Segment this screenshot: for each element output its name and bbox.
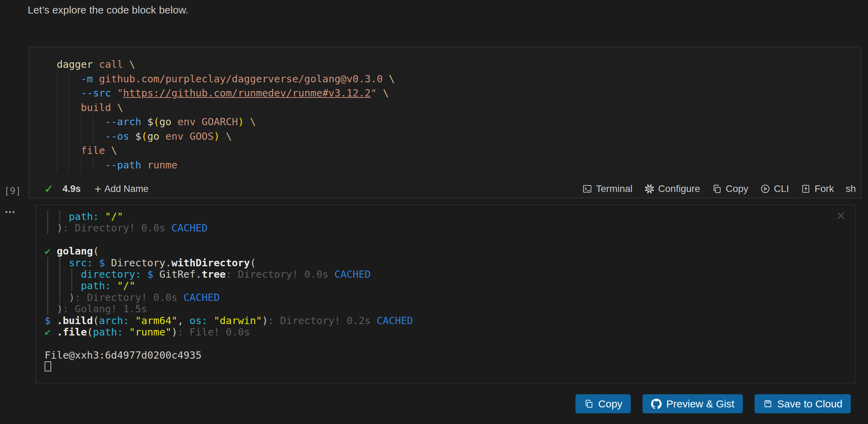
toolbar-label: CLI — [774, 183, 789, 194]
text-segment: --src — [81, 87, 111, 99]
copy-icon — [584, 399, 594, 409]
output-actions: CopyPreview & GistSave to Cloud — [575, 394, 851, 413]
add-name-button[interactable]: + Add Name — [94, 183, 148, 195]
text-segment — [105, 145, 111, 156]
toolbar-label: Fork — [814, 183, 834, 194]
text-segment: CACHED — [172, 222, 208, 234]
text-segment: env — [165, 130, 183, 142]
toolbar-terminal-button[interactable]: Terminal — [582, 183, 632, 194]
more-actions-icon[interactable]: ⋯ — [4, 205, 16, 218]
text-segment: : Directory! 0.0s — [75, 292, 183, 303]
indent-guide — [57, 115, 57, 129]
text-segment: : File! 0.0s — [177, 326, 250, 338]
terminal-cursor — [45, 361, 51, 371]
text-segment: path — [93, 326, 117, 338]
text-segment: os — [190, 315, 202, 326]
text-segment — [111, 102, 117, 113]
code-line: -m github.com/purpleclay/daggerverse/gol… — [57, 72, 854, 86]
text-segment: src — [69, 257, 87, 269]
output-line: $ .build(arch: "arm64", os: "darwin"): D… — [45, 315, 834, 326]
text-segment: CACHED — [334, 268, 371, 280]
toolbar-configure-button[interactable]: Configure — [644, 183, 700, 194]
text-segment — [244, 116, 250, 128]
text-segment: file — [81, 145, 105, 156]
output-line: │ │ │ directory: $ GitRef.tree: Director… — [45, 269, 834, 280]
indent-guide — [69, 144, 69, 158]
text-segment: : Directory! 0.2s — [268, 315, 377, 326]
indent-guide — [69, 101, 69, 115]
url-link[interactable]: https://github.com/runmedev/runme#v3.12.… — [123, 87, 371, 99]
fork-icon — [801, 184, 811, 194]
action-button-label: Save to Cloud — [777, 398, 842, 410]
text-segment — [383, 73, 389, 85]
toolbar-cli-button[interactable]: CLI — [760, 183, 789, 194]
indent-guide — [69, 129, 69, 144]
text-segment: \ — [117, 102, 123, 113]
text-segment: -m — [81, 73, 93, 85]
text-segment: : — [87, 257, 99, 269]
text-segment: , — [177, 315, 190, 326]
text-segment: \ — [111, 145, 117, 156]
text-segment: \ — [389, 73, 395, 85]
text-segment: │ │ │ — [45, 280, 81, 292]
cell-status-bar: ✓ 4.9s + Add Name TerminalConfigureCopyC… — [29, 180, 861, 198]
toolbar-fork-button[interactable]: Fork — [801, 183, 834, 194]
indent-guide — [93, 158, 93, 173]
close-icon[interactable]: ✕ — [836, 210, 846, 222]
text-segment: ( — [93, 245, 99, 257]
indent-guide — [57, 86, 57, 101]
text-segment: ) — [262, 315, 268, 326]
output-line: │ ): Golang! 1.5s — [45, 303, 834, 315]
copy-button[interactable]: Copy — [575, 394, 631, 413]
text-segment: │ — [45, 222, 57, 234]
play-circle-icon — [760, 184, 770, 194]
text-segment: " — [117, 87, 123, 99]
text-segment: \ — [383, 87, 389, 99]
code-cell: dagger call \ -m github.com/purpleclay/d… — [29, 47, 861, 198]
text-segment: dagger — [57, 58, 93, 70]
code-editor[interactable]: dagger call \ -m github.com/purpleclay/d… — [57, 57, 854, 172]
output-line: │ ): Directory! 0.0s CACHED — [45, 222, 834, 234]
text-segment — [93, 73, 99, 85]
plus-icon: + — [94, 183, 101, 195]
save-to-cloud-button[interactable]: Save to Cloud — [755, 394, 851, 413]
text-segment: tree — [202, 268, 226, 280]
code-line: build \ — [57, 101, 854, 115]
text-segment: ) — [172, 326, 177, 338]
action-button-label: Preview & Gist — [666, 398, 735, 410]
text-segment: $ — [135, 130, 141, 142]
text-segment — [184, 130, 190, 142]
toolbar-label: Configure — [658, 183, 700, 194]
text-segment: directory — [81, 268, 135, 280]
text-segment — [123, 58, 129, 70]
text-segment: $ — [147, 268, 159, 280]
indent-guide — [69, 158, 69, 173]
text-segment: CACHED — [377, 315, 413, 326]
text-segment: withDirectory — [172, 257, 250, 269]
text-segment: CACHED — [184, 292, 220, 303]
indent-guide — [69, 86, 69, 101]
text-segment: "runme" — [129, 326, 171, 338]
output-line: ✔ .file(path: "runme"): File! 0.0s — [45, 326, 834, 338]
text-segment: runme — [147, 159, 177, 171]
output-line: │ │ src: $ Directory.withDirectory( — [45, 257, 834, 269]
code-line: --arch $(go env GOARCH) \ — [57, 115, 854, 129]
text-segment: GOOS — [190, 130, 214, 142]
code-line: --src "https://github.com/runmedev/runme… — [57, 86, 854, 101]
text-segment: File@xxh3:6d4977d0200c4935 — [45, 349, 202, 361]
text-segment: ) — [214, 130, 220, 142]
indent-guide — [57, 158, 57, 173]
terminal-output[interactable]: │ │ path: "/"│ ): Directory! 0.0s CACHED… — [45, 211, 834, 373]
toolbar-copy-button[interactable]: Copy — [712, 183, 748, 194]
text-segment: \ — [226, 130, 232, 142]
text-segment: ) — [238, 116, 244, 128]
text-segment — [220, 130, 226, 142]
text-segment — [196, 116, 202, 128]
preview-gist-button[interactable]: Preview & Gist — [643, 394, 743, 413]
code-line: --os $(go env GOOS) \ — [57, 129, 854, 144]
text-segment: : Golang! 1.5s — [63, 303, 147, 315]
text-segment: : Directory! 0.0s — [226, 268, 334, 280]
gear-icon — [644, 184, 655, 194]
text-segment: : — [202, 315, 214, 326]
text-segment — [141, 116, 147, 128]
